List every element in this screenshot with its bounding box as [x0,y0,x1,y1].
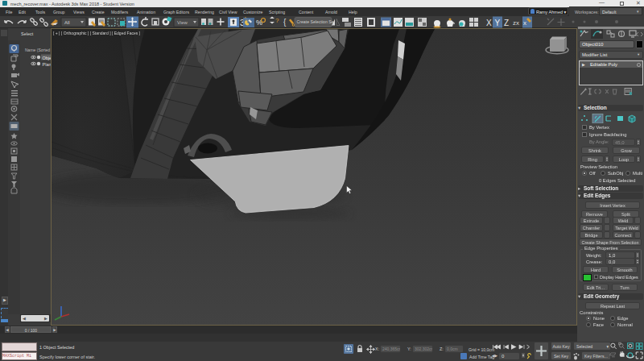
svg-text:Y: Y [495,19,501,27]
svg-text:zx: zx [513,19,519,27]
svg-text:Plan: Plan [43,62,52,67]
svg-text:View: View [177,20,188,25]
svg-text:Create Selection Se: Create Selection Se [297,19,334,24]
svg-text:All: All [64,20,70,25]
svg-text:Z: Z [504,19,509,27]
svg-text:x: x [523,19,526,27]
svg-text:?: ? [275,17,279,24]
svg-text:X: X [486,19,492,27]
svg-text:Obje: Obje [43,56,52,60]
svg-text:{: { [283,18,287,27]
